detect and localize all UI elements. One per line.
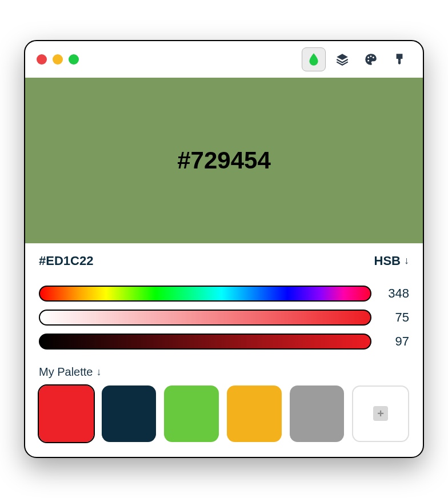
svg-point-2 <box>373 57 374 58</box>
saturation-slider[interactable] <box>39 310 371 326</box>
drop-tool-button[interactable] <box>302 47 326 71</box>
svg-point-0 <box>367 57 369 58</box>
drop-icon <box>306 52 321 67</box>
close-window-button[interactable] <box>37 54 47 65</box>
palette-icon <box>363 52 378 67</box>
hue-slider-row: 348 <box>39 286 409 302</box>
palette-swatch[interactable] <box>102 385 157 443</box>
palette-name-label: My Palette <box>39 366 93 379</box>
palette-swatch[interactable] <box>164 385 219 443</box>
hue-value: 348 <box>382 286 409 301</box>
layers-icon <box>335 52 350 67</box>
palette-row: + <box>25 381 423 457</box>
chevron-down-icon: ↓ <box>404 255 409 267</box>
color-mode-dropdown[interactable]: HSB ↓ <box>374 254 409 268</box>
hsb-sliders: 348 75 97 <box>25 274 423 361</box>
saturation-slider-row: 75 <box>39 310 409 326</box>
palette-swatch[interactable] <box>290 385 345 443</box>
brightness-slider-row: 97 <box>39 334 409 350</box>
color-info-bar: #ED1C22 HSB ↓ <box>25 243 423 274</box>
add-swatch-button[interactable]: + <box>352 385 409 443</box>
layers-tool-button[interactable] <box>330 47 354 71</box>
brightness-slider[interactable] <box>39 334 371 350</box>
minimize-window-button[interactable] <box>53 54 63 65</box>
chevron-down-icon: ↓ <box>96 366 101 378</box>
app-window: #729454 #ED1C22 HSB ↓ 348 75 97 My Palet… <box>24 40 424 459</box>
svg-rect-4 <box>398 59 401 61</box>
brush-tool-button[interactable] <box>387 47 411 71</box>
color-mode-label: HSB <box>374 254 401 268</box>
tool-icons <box>302 47 411 71</box>
zoom-window-button[interactable] <box>69 54 79 65</box>
titlebar <box>25 41 423 78</box>
palette-swatch[interactable] <box>227 385 282 443</box>
hue-slider[interactable] <box>39 286 371 302</box>
hero-color-swatch[interactable]: #729454 <box>25 78 423 243</box>
window-controls <box>37 54 79 65</box>
hero-hex-label: #729454 <box>177 147 271 174</box>
saturation-value: 75 <box>382 310 409 325</box>
current-hex-value[interactable]: #ED1C22 <box>39 254 93 268</box>
svg-point-3 <box>367 59 369 61</box>
svg-point-1 <box>370 55 372 57</box>
brightness-value: 97 <box>382 334 409 349</box>
brush-icon <box>392 52 407 67</box>
palette-swatch[interactable] <box>39 385 94 443</box>
palette-tool-button[interactable] <box>359 47 383 71</box>
plus-icon: + <box>373 406 388 421</box>
palette-dropdown[interactable]: My Palette ↓ <box>25 361 423 381</box>
